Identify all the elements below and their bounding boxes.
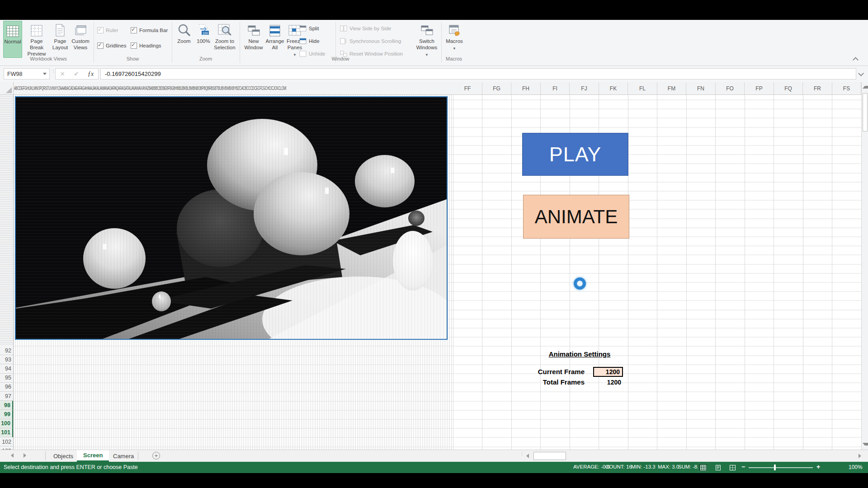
formula-input[interactable]: -0.169726015420299 [100, 68, 856, 80]
page-break-preview-statusbar-button[interactable] [728, 464, 737, 471]
name-box[interactable]: FW98 [4, 68, 50, 80]
zoom-to-selection-button[interactable]: Zoom to Selection [212, 21, 237, 58]
row-header-99-selected[interactable]: 99 [0, 410, 13, 419]
name-box-dropdown-icon[interactable] [43, 73, 47, 75]
row-header-fine-rows [0, 96, 13, 344]
total-frames-value[interactable]: 1200 [593, 378, 621, 387]
arrange-all-icon [269, 21, 281, 37]
hscroll-right-icon [859, 454, 861, 458]
row-header-97[interactable]: 97 [0, 392, 13, 401]
custom-views-button[interactable]: Custom Views [70, 21, 91, 58]
column-header-FP[interactable]: FP [745, 82, 774, 94]
ribbon: Normal Page Break Preview Page Layout Cu… [0, 20, 868, 66]
sheet-tab-objects[interactable]: Objects [47, 450, 80, 462]
column-header-FF[interactable]: FF [453, 82, 482, 94]
row-header-92[interactable]: 92 [0, 346, 13, 355]
zoom-slider-thumb[interactable] [774, 465, 776, 470]
plus-icon: + [155, 453, 158, 459]
headings-checkbox-box[interactable] [131, 42, 137, 49]
animate-button[interactable]: ANIMATE [523, 195, 629, 239]
tab-scroll-left-icon[interactable] [11, 453, 14, 458]
insert-function-icon[interactable]: ƒx [88, 70, 94, 78]
column-header-FO[interactable]: FO [716, 82, 745, 94]
column-header-FK[interactable]: FK [599, 82, 628, 94]
view-side-by-side-icon [340, 25, 347, 32]
tab-scroll-right-icon[interactable] [24, 453, 26, 458]
headings-checkbox[interactable]: Headings [131, 42, 161, 49]
column-header-FL[interactable]: FL [628, 82, 657, 94]
name-box-value: FW98 [7, 71, 22, 77]
zoom-out-button[interactable]: − [741, 463, 745, 470]
scroll-up-icon[interactable] [863, 86, 868, 89]
row-header-94[interactable]: 94 [0, 364, 13, 373]
row-header-95[interactable]: 95 [0, 374, 13, 383]
formula-bar-checkbox[interactable]: Formula Bar [131, 27, 168, 33]
ruler-label: Ruler [106, 28, 118, 33]
formula-bar-row: FW98 ⋮ ✕ ✔ ƒx -0.169726015420299 [0, 66, 868, 82]
squished-column-headers[interactable]: ABCDEFGHIJKLMNOPQRSTUVWXYZAAABACADAEAFAG… [14, 82, 287, 94]
vertical-scroll-thumb[interactable] [863, 93, 868, 131]
zoom-slider-track[interactable] [749, 467, 813, 468]
row-header-102[interactable]: 102 [0, 437, 13, 446]
column-header-FI[interactable]: FI [541, 82, 570, 94]
current-frame-label: Current Frame [512, 368, 585, 375]
gridlines-checkbox[interactable]: Gridlines [97, 42, 126, 49]
grid-normal-columns-area[interactable] [453, 95, 861, 450]
hide-button[interactable]: Hide [299, 38, 320, 44]
page-layout-statusbar-button[interactable] [713, 464, 722, 471]
current-frame-cell[interactable]: 1200 [593, 367, 623, 377]
column-header-FG[interactable]: FG [482, 82, 511, 94]
vertical-scrollbar[interactable] [861, 82, 868, 450]
column-header-FS[interactable]: FS [832, 82, 861, 94]
sheet-tab-screen-label: Screen [83, 452, 103, 459]
normal-view-statusbar-button[interactable] [698, 464, 708, 471]
rendered-3d-scene-selection[interactable] [15, 96, 448, 340]
play-button[interactable]: PLAY [522, 133, 628, 176]
row-header-98-selected[interactable]: 98 [0, 401, 13, 410]
page-break-preview-button[interactable]: Page Break Preview [24, 21, 50, 58]
zoom-in-button[interactable]: + [816, 463, 820, 470]
sheet-tab-camera[interactable]: Camera [107, 450, 140, 462]
expand-formula-bar-icon[interactable] [858, 70, 864, 76]
new-window-button[interactable]: New Window [243, 21, 264, 58]
page-layout-icon [55, 21, 66, 37]
macros-button[interactable]: Macros ▼ [444, 21, 465, 58]
scroll-down-icon[interactable] [863, 443, 868, 446]
arrange-all-button[interactable]: Arrange All [265, 21, 285, 58]
new-window-label: New Window [243, 38, 264, 51]
collapse-ribbon-icon[interactable] [853, 57, 859, 63]
row-header-100-selected[interactable]: 100 [0, 419, 13, 428]
switch-windows-button[interactable]: Switch Windows ▼ [414, 21, 440, 58]
column-header-FH[interactable]: FH [511, 82, 541, 94]
zoom-percentage[interactable]: 100% [849, 464, 863, 470]
row-header-93[interactable]: 93 [0, 355, 13, 364]
split-button[interactable]: Split [299, 25, 319, 32]
status-max: MAX: 3.0 [658, 464, 679, 469]
new-sheet-button[interactable]: + [152, 452, 160, 460]
page-layout-button[interactable]: Page Layout [51, 21, 70, 58]
column-header-FM[interactable]: FM [657, 82, 686, 94]
column-header-FQ[interactable]: FQ [774, 82, 803, 94]
split-label: Split [309, 26, 319, 31]
horizontal-scroll-thumb[interactable] [533, 452, 566, 460]
hscroll-left-button[interactable] [524, 452, 532, 460]
sheet-tab-screen[interactable]: Screen [77, 450, 109, 462]
synchronous-scrolling-icon [340, 38, 347, 44]
normal-view-button[interactable]: Normal [3, 21, 22, 58]
row-header-101-selected[interactable]: 101 [0, 428, 13, 437]
zoom-button[interactable]: Zoom [175, 21, 193, 58]
macros-label: Macros [446, 38, 463, 45]
column-header-FR[interactable]: FR [803, 82, 832, 94]
view-side-by-side-label: View Side by Side [349, 26, 391, 31]
column-header-FN[interactable]: FN [686, 82, 716, 94]
select-all-corner[interactable] [0, 82, 14, 94]
animation-settings-title: Animation Settings [534, 350, 625, 358]
gridlines-checkbox-box[interactable] [97, 42, 104, 49]
row-header-96[interactable]: 96 [0, 383, 13, 392]
formula-bar-checkbox-box[interactable] [131, 27, 137, 33]
zoom-100-button[interactable]: 100 100% [194, 21, 212, 58]
current-frame-value: 1200 [606, 368, 620, 375]
hscroll-right-button[interactable] [856, 452, 864, 460]
column-header-FJ[interactable]: FJ [570, 82, 599, 94]
custom-views-icon [74, 21, 87, 37]
